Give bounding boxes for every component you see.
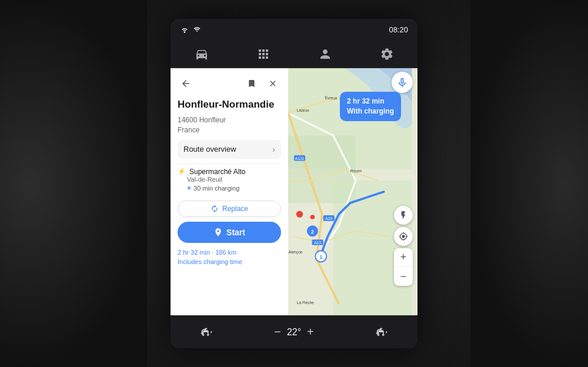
svg-text:A131: A131 <box>295 156 305 161</box>
plus-circle-icon: + <box>187 184 191 192</box>
temp-plus-button[interactable]: + <box>305 325 316 339</box>
side-panel: Honfleur-Normandie 14600 Honfleur France… <box>171 68 288 315</box>
nav-settings-icon[interactable] <box>379 46 395 62</box>
car-interior: 08:20 <box>0 0 588 367</box>
map-controls: + − <box>394 206 413 286</box>
replace-button[interactable]: Replace <box>178 201 281 217</box>
charging-time-label: 30 min charging <box>193 185 239 192</box>
voice-search-button[interactable] <box>392 72 413 93</box>
wifi-icon <box>180 26 189 33</box>
zoom-in-button[interactable]: + <box>394 248 413 267</box>
address-line2: France <box>178 126 199 134</box>
charging-stop-name: ⚡ Supermarché Alto <box>178 168 281 176</box>
temp-value: 22° <box>287 327 301 337</box>
svg-text:A13: A13 <box>314 241 321 245</box>
svg-text:Alençon: Alençon <box>288 250 302 255</box>
charging-stop-name-label: Supermarché Alto <box>189 168 245 176</box>
svg-text:2: 2 <box>311 229 314 235</box>
seat-heat-right[interactable] <box>375 326 388 339</box>
svg-point-21 <box>310 215 315 219</box>
charging-time: + 30 min charging <box>187 184 281 192</box>
flash-control-button[interactable] <box>394 206 413 225</box>
time-display: 08:20 <box>389 25 408 34</box>
location-title: Honfleur-Normandie <box>178 99 281 111</box>
charging-stop-location: Val-de-Reuil <box>187 176 281 183</box>
back-button[interactable] <box>178 75 194 92</box>
close-button[interactable] <box>265 75 281 92</box>
screen-container: 08:20 <box>171 19 417 348</box>
svg-text:Lisieux: Lisieux <box>297 108 309 112</box>
left-panel <box>0 0 147 367</box>
nav-car-icon[interactable] <box>193 46 210 62</box>
nav-grid-icon[interactable] <box>255 46 272 62</box>
seat-heat-left[interactable] <box>200 326 213 339</box>
lightning-icon: ⚡ <box>178 168 186 175</box>
temp-minus-button[interactable]: − <box>272 325 283 339</box>
status-bar-left <box>180 26 201 33</box>
chevron-right-icon: › <box>272 145 275 154</box>
svg-text:Rouen: Rouen <box>350 169 362 173</box>
temperature-display: 22° <box>287 327 301 338</box>
signal-icon <box>193 26 201 33</box>
status-bar: 08:20 <box>171 19 417 40</box>
panel-header <box>178 75 281 92</box>
replace-label: Replace <box>222 205 248 213</box>
right-panel <box>470 0 588 367</box>
bookmark-button[interactable] <box>243 75 260 92</box>
address-line1: 14600 Honfleur <box>178 116 226 124</box>
route-bubble-time: 2 hr 32 min <box>347 96 394 106</box>
map-area: Lisieux Évreux Rouen Alençon Mayenne La … <box>171 68 417 315</box>
panel-actions <box>243 75 281 92</box>
charging-stop-section: ⚡ Supermarché Alto Val-de-Reuil + 30 min… <box>178 164 281 196</box>
svg-text:La Flèche: La Flèche <box>297 301 315 305</box>
location-address: 14600 Honfleur France <box>178 115 281 135</box>
start-button[interactable]: Start <box>178 222 281 243</box>
svg-text:Évreux: Évreux <box>325 95 338 100</box>
route-overview-button[interactable]: Route overview › <box>178 140 281 159</box>
location-button[interactable] <box>394 227 413 246</box>
nav-bar <box>171 40 417 68</box>
svg-text:A28: A28 <box>325 216 332 221</box>
zoom-out-button[interactable]: − <box>394 267 413 286</box>
bottom-bar: − 22° + <box>171 315 417 348</box>
svg-text:1: 1 <box>319 254 322 260</box>
trip-summary-line1: 2 hr 32 min · 186 km <box>178 248 281 258</box>
route-bubble-charging: With charging <box>347 106 394 116</box>
route-overview-label: Route overview <box>183 145 236 154</box>
temperature-controls: − 22° + <box>272 325 316 339</box>
nav-person-icon[interactable] <box>317 46 333 62</box>
zoom-controls: + − <box>394 248 413 286</box>
trip-summary: 2 hr 32 min · 186 km Includes charging t… <box>178 248 281 267</box>
start-label: Start <box>226 228 245 237</box>
svg-point-20 <box>296 211 303 217</box>
trip-summary-line2: Includes charging time <box>178 257 281 267</box>
route-info-bubble: 2 hr 32 min With charging <box>340 92 401 121</box>
